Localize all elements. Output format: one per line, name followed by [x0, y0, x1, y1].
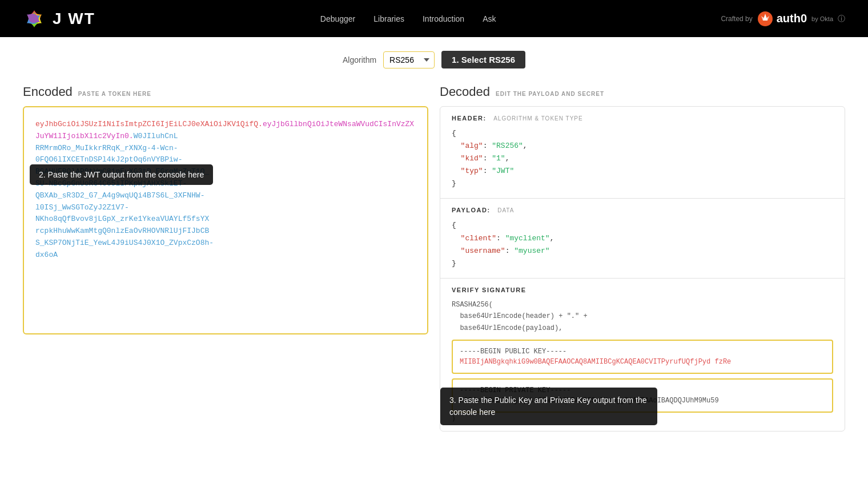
decoded-header-section: HEADER: ALGORITHM & TOKEN TYPE { "alg": … — [440, 107, 845, 199]
decoded-column: Decoded EDIT THE PAYLOAD AND SECRET HEAD… — [440, 84, 845, 431]
decoded-header: Decoded EDIT THE PAYLOAD AND SECRET — [440, 84, 845, 99]
auth0-icon — [757, 11, 773, 27]
by-okta-text: by Okta — [811, 15, 833, 22]
decoded-subtitle: EDIT THE PAYLOAD AND SECRET — [496, 91, 604, 97]
auth0-logo: auth0 — [757, 11, 807, 27]
nav-logo-area: J WT — [23, 7, 95, 30]
step2-tooltip: 2. Paste the JWT output from the console… — [30, 164, 213, 185]
algorithm-select[interactable]: HS256 HS384 HS512 RS256 RS384 RS512 — [383, 51, 435, 68]
payload-section-title: PAYLOAD: DATA — [452, 207, 833, 213]
main-content: Algorithm HS256 HS384 HS512 RS256 RS384 … — [0, 37, 868, 445]
nav-link-debugger[interactable]: Debugger — [320, 14, 356, 23]
header-section-title: HEADER: ALGORITHM & TOKEN TYPE — [452, 115, 833, 122]
jwt-part3: W0JIluhCnLRRMrmORo_MuIkkrRRqK_rXNXg-4-Wc… — [35, 132, 214, 259]
verify-section-title: VERIFY SIGNATURE — [452, 287, 833, 293]
jwt-part1: eyJhbGciOiJSUzI1NiIsImtpZCI6IjEiLCJ0eXAi… — [35, 120, 258, 128]
payload-json[interactable]: { "client": "myclient", "username": "myu… — [452, 219, 833, 269]
jwt-logo-icon — [23, 7, 46, 30]
encoded-title: Encoded — [23, 84, 73, 99]
crafted-by-label: Crafted by — [721, 15, 752, 23]
nav-link-libraries[interactable]: Libraries — [373, 14, 404, 23]
encoded-column: Encoded PASTE A TOKEN HERE eyJhbGciOiJSU… — [23, 84, 428, 334]
header-json[interactable]: { "alg": "RS256", "kid": "1", "typ": "JW… — [452, 127, 833, 190]
encoded-subtitle: PASTE A TOKEN HERE — [78, 91, 151, 97]
encoded-text: eyJhbGciOiJSUzI1NiIsImtpZCI6IjEiLCJ0eXAi… — [35, 119, 416, 261]
algorithm-label: Algorithm — [343, 55, 376, 64]
nav-link-ask[interactable]: Ask — [483, 14, 496, 23]
nav-link-introduction[interactable]: Introduction — [423, 14, 464, 23]
algorithm-row: Algorithm HS256 HS384 HS512 RS256 RS384 … — [23, 51, 845, 68]
decoded-panel: HEADER: ALGORITHM & TOKEN TYPE { "alg": … — [440, 106, 845, 431]
public-key-input[interactable]: -----BEGIN PUBLIC KEY----- MIIBIjANBgkqh… — [452, 340, 833, 374]
nav-links: Debugger Libraries Introduction Ask — [320, 14, 496, 23]
verify-code: RSASHA256( base64UrlEncode(header) + "."… — [452, 299, 833, 334]
decoded-verify-section: VERIFY SIGNATURE RSASHA256( base64UrlEnc… — [440, 279, 845, 431]
auth0-brand-text: auth0 — [777, 12, 807, 25]
nav-title: J WT — [53, 10, 95, 28]
step3-tooltip: 3. Paste the Public Key and Private Key … — [440, 388, 657, 425]
nav-brand: Crafted by auth0 by Okta ⓘ — [721, 11, 845, 27]
info-icon[interactable]: ⓘ — [838, 14, 845, 24]
navbar: J WT Debugger Libraries Introduction Ask… — [0, 0, 868, 37]
encoded-header: Encoded PASTE A TOKEN HERE — [23, 84, 428, 99]
decoded-title: Decoded — [440, 84, 490, 99]
step1-badge: 1. Select RS256 — [441, 51, 525, 68]
decoded-payload-section: PAYLOAD: DATA { "client": "myclient", "u… — [440, 199, 845, 278]
encoded-panel[interactable]: eyJhbGciOiJSUzI1NiIsImtpZCI6IjEiLCJ0eXAi… — [23, 106, 428, 334]
editor-columns: Encoded PASTE A TOKEN HERE eyJhbGciOiJSU… — [23, 84, 845, 431]
